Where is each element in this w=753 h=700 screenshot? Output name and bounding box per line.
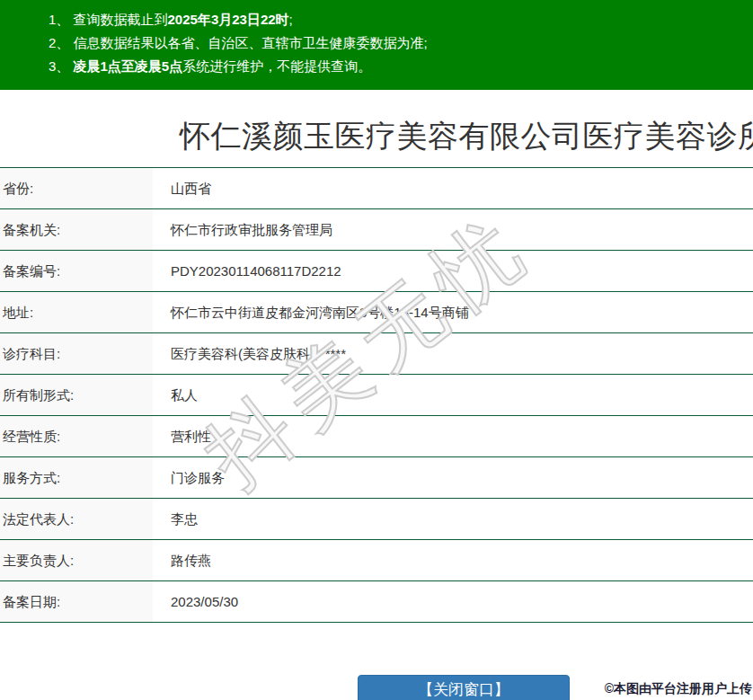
field-label-filing-authority: 备案机关: [0,209,153,250]
field-label-service-mode: 服务方式: [0,457,153,498]
copyright-watermark: ©本图由平台注册用户上传 [605,681,752,697]
field-value-filing-date: 2023/05/30 [171,581,753,622]
notice-line-2: 2、 信息数据结果以各省、自治区、直辖市卫生健康委数据为准; [0,31,753,55]
notice-1-bold: 2025年3月23日22时 [168,12,289,27]
notice-1-text: 1、 查询数据截止到 [49,12,168,27]
field-label-legal-representative: 法定代表人: [0,499,153,539]
notice-line-1: 1、 查询数据截止到2025年3月23日22时; [0,8,753,31]
field-value-filing-number: PDY20230114068117D2212 [171,251,753,291]
table-row: 服务方式: 门诊服务 [0,457,753,499]
field-value-address: 怀仁市云中街道皮都金河湾南区8号楼13-14号商铺 [171,292,753,332]
page-title: 怀仁溪颜玉医疗美容有限公司医疗美容诊所 [180,116,753,157]
field-label-business-nature: 经营性质: [0,416,153,456]
table-row: 诊疗科目: 医疗美容科(美容皮肤科)****** [0,333,753,375]
field-label-ownership-form: 所有制形式: [0,375,153,415]
field-value-person-in-charge: 路传燕 [171,540,753,580]
field-label-filing-date: 备案日期: [0,581,153,622]
notice-line-3: 3、 凌晨1点至凌晨5点系统进行维护，不能提供查询。 [0,55,753,78]
table-row: 省份: 山西省 [0,168,753,209]
table-row: 经营性质: 营利性 [0,416,753,457]
field-value-legal-representative: 李忠 [171,499,753,539]
field-label-filing-number: 备案编号: [0,251,153,291]
notice-3-suffix: 系统进行维护，不能提供查询。 [182,58,371,74]
field-value-service-mode: 门诊服务 [171,457,753,498]
field-value-filing-authority: 怀仁市行政审批服务管理局 [171,209,753,250]
notice-2-text: 2、 信息数据结果以各省、自治区、直辖市卫生健康委数据为准; [49,35,428,50]
field-label-address: 地址: [0,292,153,332]
field-label-diagnosis-subjects: 诊疗科目: [0,333,153,374]
notice-3-text: 3、 [49,58,74,74]
notice-3-bold: 凌晨1点至凌晨5点 [74,58,183,74]
field-value-province: 山西省 [171,168,753,208]
table-row: 法定代表人: 李忠 [0,499,753,540]
close-window-button[interactable]: 【关闭窗口】 [358,675,570,700]
table-row: 所有制形式: 私人 [0,375,753,416]
table-row: 备案机关: 怀仁市行政审批服务管理局 [0,209,753,251]
field-label-province: 省份: [0,168,153,208]
field-value-diagnosis-subjects: 医疗美容科(美容皮肤科)****** [171,333,753,374]
registration-info-table: 省份: 山西省 备案机关: 怀仁市行政审批服务管理局 备案编号: PDY2023… [0,167,753,623]
table-row: 备案编号: PDY20230114068117D2212 [0,251,753,292]
notice-1-suffix: ; [289,12,293,27]
table-row: 备案日期: 2023/05/30 [0,581,753,623]
field-value-business-nature: 营利性 [171,416,753,456]
notice-banner: 1、 查询数据截止到2025年3月23日22时; 2、 信息数据结果以各省、自治… [0,0,753,90]
field-value-ownership-form: 私人 [171,375,753,415]
table-row: 主要负责人: 路传燕 [0,540,753,581]
field-label-person-in-charge: 主要负责人: [0,540,153,580]
table-row: 地址: 怀仁市云中街道皮都金河湾南区8号楼13-14号商铺 [0,292,753,333]
